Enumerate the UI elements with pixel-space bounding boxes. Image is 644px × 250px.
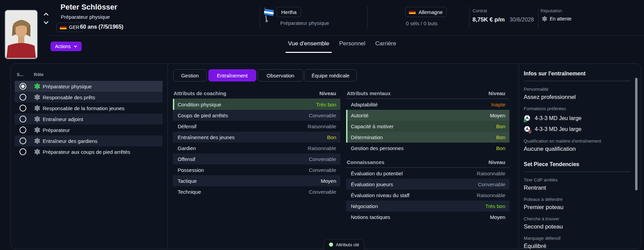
attribute-row: Tactique Moyen (173, 175, 340, 186)
role-row-preparateur[interactable]: Préparateur (15, 124, 163, 135)
role-label: Préparateur physique (43, 84, 92, 89)
key-attributes-legend: Attributs clé (324, 239, 364, 250)
attribute-name: Possession (178, 167, 204, 173)
set-piece-tendencies-title: Set Piece Tendencies (524, 161, 631, 172)
role-row-preparateur-physique[interactable]: Préparateur physique (15, 81, 163, 92)
club-role-label: Préparateur physique (280, 20, 329, 26)
attribute-value: Convenable (309, 156, 336, 162)
vertical-scrollbar[interactable] (635, 78, 638, 190)
training-info-title: Infos sur l'entraînement (524, 71, 631, 81)
attribute-name: Autorité (351, 113, 369, 118)
attribute-row: Technique Convenable (173, 186, 340, 197)
table-title: Attributs mentaux (347, 90, 390, 96)
section-divider (260, 6, 260, 29)
set-piece-value: Rentrant (524, 185, 631, 191)
radio-button[interactable] (19, 105, 26, 112)
tab-carriere[interactable]: Carrière (375, 40, 396, 47)
role-row-entraineur-adjoint[interactable]: Entraîneur adjoint (15, 114, 163, 124)
page-title-person-name: Peter Schlösser (60, 3, 117, 12)
attribute-row: Adaptabilité Inapte (346, 99, 509, 110)
contract-details: 8,75K € p/m 30/6/2028 (472, 16, 534, 23)
attribute-row: Condition physique Très bon (173, 99, 340, 110)
set-piece-label: Tirer CdP arrêtés (524, 177, 631, 182)
tab-vue-densemble[interactable]: Vue d'ensemble (288, 40, 329, 47)
role-row-responsable-prets[interactable]: Responsable des prêts (15, 92, 163, 103)
reputation-value-row: En attente (542, 16, 572, 21)
radio-button[interactable] (19, 127, 26, 133)
attribute-name: Coups de pied arrêtés (178, 113, 228, 118)
attribute-value: Raisonnable (308, 123, 336, 129)
attribute-row: Entraînement des jeunes Bon (173, 132, 340, 143)
attribute-row: Négociation Très bon (346, 201, 509, 211)
role-pinwheel-icon (34, 149, 40, 155)
actions-button[interactable]: Actions (51, 42, 82, 51)
club-name-badge[interactable]: Hertha (277, 7, 301, 17)
role-row-entraineur-gardiens[interactable]: Entraîneur des gardiens (15, 135, 163, 146)
radio-button[interactable] (19, 116, 26, 122)
attribute-row: Évaluation niveau du staff Raisonnable (346, 190, 509, 201)
person-role-subtitle: Préparateur physique (61, 14, 110, 20)
club-flag-hertha-icon[interactable] (262, 6, 275, 23)
tab-gestion[interactable]: Gestion (173, 69, 207, 82)
formation-ball-trend-up-icon (524, 115, 531, 122)
coaching-attributes-table: Attributs de coaching Niveau Condition p… (173, 88, 340, 197)
contract-expiry-date: 30/6/2028 (510, 17, 534, 23)
formation-row: 4-3-3 MD Jeu large (524, 115, 631, 122)
tab-label: Gestion (181, 73, 199, 78)
header-divider (49, 35, 644, 36)
attribute-row: Détermination Bon (346, 132, 509, 143)
training-info-panel: Infos sur l'entraînement Personnalité As… (524, 71, 631, 250)
key-attribute-dot-icon (329, 242, 333, 247)
caps-goals-stat: 0 séls / 0 buts (406, 20, 438, 26)
flag-germany-icon (60, 25, 67, 29)
role-row-responsable-formation-jeunes[interactable]: Responsable de la formation jeunes (15, 103, 163, 114)
attribute-row: Gardien Raisonnable (173, 143, 340, 153)
attribute-row: Défensif Raisonnable (173, 121, 340, 132)
preferred-formations-label: Formations préférées (524, 106, 631, 111)
attribute-value: Moyen (321, 178, 336, 184)
attribute-name: Gardien (178, 145, 196, 151)
flag-germany-icon (409, 10, 416, 14)
tab-entrainement[interactable]: Entraînement (208, 69, 256, 82)
tab-label: Entraînement (217, 73, 248, 78)
knowledge-table: Connaissances Niveau Évaluation du poten… (346, 157, 509, 222)
qualification-label: Qualification en matière d'entraînement (524, 138, 631, 144)
column-header-selection: S... (17, 72, 24, 77)
national-team-badge[interactable]: Allemagne (405, 7, 447, 17)
level-column-header: Niveau (319, 90, 336, 96)
qualification-value: Aucune qualification (524, 146, 631, 152)
attribute-name: Évaluation du potentiel (351, 171, 403, 176)
formation-name: 4-3-3 MD Jeu large (535, 115, 581, 121)
role-row-preparateur-cdp[interactable]: Préparateur aux coups de pied arrêtés (15, 146, 163, 157)
chevron-down-icon (74, 45, 77, 47)
set-piece-value: Premier poteau (524, 204, 631, 211)
attribute-row: Évaluation du potentiel Raisonnable (346, 168, 509, 179)
radio-button[interactable] (19, 94, 26, 101)
attribute-name: Négociation (351, 203, 378, 209)
attribute-name: Notions tactiques (351, 214, 390, 220)
nationality-badge[interactable]: GER (56, 23, 83, 32)
attribute-value: Moyen (490, 214, 505, 220)
radio-button[interactable] (19, 137, 26, 144)
tab-observation[interactable]: Observation (258, 69, 303, 82)
role-label: Préparateur aux coups de pied arrêtés (43, 149, 130, 155)
set-piece-label: Poteaux à défendre (524, 197, 631, 202)
personality-label: Personnalité (524, 87, 631, 92)
radio-button-selected[interactable] (19, 83, 26, 90)
mental-attributes-table: Attributs mentaux Niveau Adaptabilité In… (346, 88, 509, 153)
reputation-pinwheel-icon (542, 16, 547, 21)
staff-portrait (4, 10, 38, 59)
tab-personnel[interactable]: Personnel (339, 40, 366, 47)
page-tab-bar: Vue d'ensemble Personnel Carrière (288, 40, 396, 47)
reputation-value: En attente (550, 16, 572, 21)
attribute-name: Offensif (178, 156, 195, 162)
role-label: Entraîneur adjoint (43, 116, 83, 122)
attribute-value: Convenable (478, 181, 505, 187)
next-person-button[interactable] (43, 20, 49, 25)
previous-person-button[interactable] (43, 12, 49, 16)
tab-equipe-medicale[interactable]: Équipe médicale (304, 69, 357, 82)
role-label: Préparateur (43, 127, 70, 133)
attribute-value: Inapte (491, 102, 505, 107)
radio-button[interactable] (19, 148, 26, 155)
tab-label: Observation (267, 73, 294, 78)
